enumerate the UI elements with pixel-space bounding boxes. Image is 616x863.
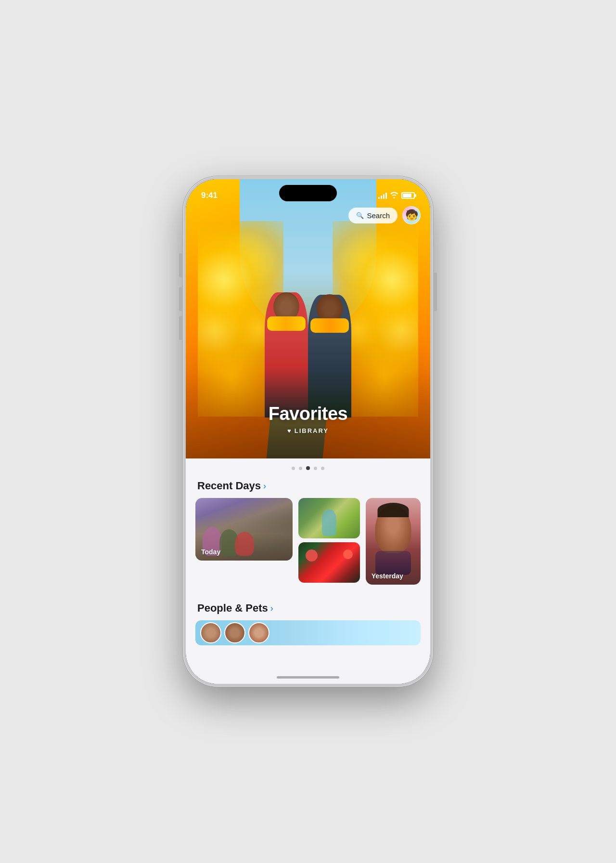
- status-time: 9:41: [201, 191, 218, 200]
- recent-days-header[interactable]: Recent Days ›: [186, 476, 430, 498]
- people-pets-preview[interactable]: [195, 620, 421, 645]
- phone-device: 9:41: [183, 176, 433, 687]
- dot-5[interactable]: [321, 467, 324, 470]
- home-indicator-area: [186, 670, 430, 684]
- people-pets-header[interactable]: People & Pets ›: [186, 598, 430, 620]
- today-card-main[interactable]: Today: [195, 498, 293, 561]
- screen: 9:41: [186, 179, 430, 684]
- search-label: Search: [367, 211, 390, 220]
- battery-fill: [403, 194, 411, 197]
- dot-1[interactable]: [292, 467, 295, 470]
- today-card-container: Today: [195, 498, 293, 585]
- recent-days-title: Recent Days: [197, 480, 261, 492]
- hero-subtitle: ♥ LIBRARY: [186, 427, 430, 434]
- home-indicator: [277, 676, 339, 679]
- people-pets-title: People & Pets: [197, 602, 268, 615]
- recent-days-chevron: ›: [263, 481, 266, 491]
- signal-icon: [378, 192, 387, 199]
- phone-inner: 9:41: [186, 179, 430, 684]
- hero-section[interactable]: Favorites ♥ LIBRARY 🔍 Search 🧒: [186, 179, 430, 458]
- yesterday-card[interactable]: Yesterday: [366, 498, 421, 585]
- avatar-button[interactable]: 🧒: [402, 206, 421, 224]
- search-icon: 🔍: [356, 212, 364, 219]
- people-pets-section: People & Pets ›: [186, 596, 430, 645]
- dot-4[interactable]: [314, 467, 317, 470]
- pagination-dots: [186, 458, 430, 476]
- search-button[interactable]: 🔍 Search: [348, 208, 398, 223]
- small-card-2[interactable]: [298, 542, 360, 583]
- yesterday-label: Yesterday: [372, 572, 403, 580]
- battery-icon: [401, 192, 415, 199]
- dot-3-active[interactable]: [306, 466, 310, 470]
- recent-days-grid: Today: [186, 498, 430, 585]
- small-card-1[interactable]: [298, 498, 360, 538]
- top-controls: 🔍 Search 🧒: [348, 206, 421, 224]
- wifi-icon: [390, 192, 398, 200]
- library-label: LIBRARY: [295, 427, 329, 434]
- avatar-emoji: 🧒: [405, 209, 418, 222]
- people-pets-chevron: ›: [270, 603, 273, 614]
- content-area: Recent Days › Toda: [186, 476, 430, 684]
- heart-icon: ♥: [287, 427, 292, 434]
- status-icons: [378, 192, 415, 200]
- dot-2[interactable]: [299, 467, 302, 470]
- today-label: Today: [201, 548, 220, 556]
- hero-title: Favorites: [186, 404, 430, 424]
- dynamic-island: [279, 185, 337, 201]
- small-cards-column: [298, 498, 360, 585]
- hero-text-area: Favorites ♥ LIBRARY: [186, 404, 430, 434]
